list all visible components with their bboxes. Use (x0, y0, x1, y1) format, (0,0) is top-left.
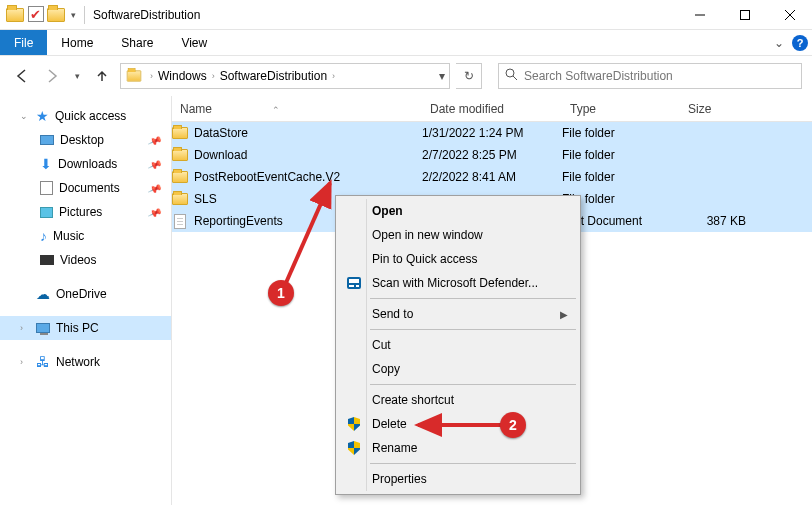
pc-icon (36, 323, 50, 333)
refresh-button[interactable]: ↻ (456, 63, 482, 89)
new-folder-qat-icon[interactable] (47, 8, 65, 22)
column-headers: Name⌃ Date modified Type Size (172, 96, 812, 122)
svg-rect-1 (740, 10, 749, 19)
search-box[interactable]: Search SoftwareDistribution (498, 63, 802, 89)
cloud-icon: ☁ (36, 286, 50, 302)
folder-icon (172, 191, 188, 207)
menu-separator (370, 298, 576, 299)
help-button[interactable]: ? (788, 30, 812, 55)
table-row[interactable]: PostRebootEventCache.V2 2/2/2022 8:41 AM… (172, 166, 812, 188)
menu-separator (370, 463, 576, 464)
breadcrumb[interactable]: SoftwareDistribution (218, 69, 329, 83)
ctx-rename[interactable]: Rename (338, 436, 578, 460)
col-type[interactable]: Type (562, 102, 680, 116)
sort-asc-icon: ⌃ (272, 105, 280, 115)
folder-icon (127, 70, 141, 81)
col-date[interactable]: Date modified (422, 102, 562, 116)
ctx-copy[interactable]: Copy (338, 357, 578, 381)
share-tab[interactable]: Share (107, 30, 167, 55)
minimize-button[interactable] (677, 0, 722, 30)
quick-access-group[interactable]: ⌄ ★ Quick access (0, 104, 171, 128)
window-controls (677, 0, 812, 30)
properties-qat-icon[interactable]: ✔ (30, 7, 41, 22)
ctx-delete[interactable]: Delete (338, 412, 578, 436)
onedrive-group[interactable]: ›☁OneDrive (0, 282, 171, 306)
address-dropdown-icon[interactable]: ▾ (439, 69, 445, 83)
ctx-cut[interactable]: Cut (338, 333, 578, 357)
downloads-icon: ⬇ (40, 156, 52, 172)
shield-icon (346, 417, 362, 431)
maximize-button[interactable] (722, 0, 767, 30)
sidebar-item-documents[interactable]: Documents📌 (0, 176, 171, 200)
ctx-pin-quick-access[interactable]: Pin to Quick access (338, 247, 578, 271)
address-bar[interactable]: › Windows › SoftwareDistribution › ▾ (120, 63, 450, 89)
music-icon: ♪ (40, 228, 47, 244)
thispc-group[interactable]: ›This PC (0, 316, 171, 340)
ctx-send-to[interactable]: Send to▶ (338, 302, 578, 326)
quick-access-toolbar: ✔ ▾ (6, 7, 76, 22)
ctx-create-shortcut[interactable]: Create shortcut (338, 388, 578, 412)
chevron-down-icon[interactable]: ⌄ (20, 111, 30, 121)
close-button[interactable] (767, 0, 812, 30)
col-name[interactable]: Name⌃ (172, 102, 422, 116)
titlebar: ✔ ▾ SoftwareDistribution (0, 0, 812, 30)
sidebar-item-downloads[interactable]: ⬇Downloads📌 (0, 152, 171, 176)
sidebar-item-music[interactable]: ♪Music (0, 224, 171, 248)
sidebar-item-desktop[interactable]: Desktop📌 (0, 128, 171, 152)
star-icon: ★ (36, 108, 49, 124)
quick-access-label: Quick access (55, 109, 126, 123)
ribbon: File Home Share View ⌄ ? (0, 30, 812, 56)
shield-icon (346, 441, 362, 455)
ctx-scan-defender[interactable]: Scan with Microsoft Defender... (338, 271, 578, 295)
navigation-pane: ⌄ ★ Quick access Desktop📌 ⬇Downloads📌 Do… (0, 96, 172, 505)
forward-button[interactable] (40, 64, 64, 88)
chevron-right-icon[interactable]: › (20, 323, 30, 333)
window-title: SoftwareDistribution (93, 8, 200, 22)
chevron-right-icon[interactable]: › (20, 357, 30, 367)
qat-dropdown-icon[interactable]: ▾ (71, 10, 76, 20)
videos-icon (40, 255, 54, 265)
pin-icon: 📌 (147, 205, 162, 219)
folder-icon (172, 125, 188, 141)
document-icon (172, 213, 188, 229)
defender-icon (346, 277, 362, 289)
folder-icon[interactable] (6, 8, 24, 22)
col-size[interactable]: Size (680, 102, 760, 116)
folder-icon (172, 147, 188, 163)
breadcrumb[interactable]: Windows (156, 69, 209, 83)
divider (84, 6, 85, 24)
context-menu: Open Open in new window Pin to Quick acc… (335, 195, 581, 495)
desktop-icon (40, 135, 54, 145)
chevron-right-icon[interactable]: › (329, 71, 338, 81)
chevron-right-icon[interactable]: › (147, 71, 156, 81)
file-tab[interactable]: File (0, 30, 47, 55)
pictures-icon (40, 207, 53, 218)
chevron-right-icon[interactable]: › (209, 71, 218, 81)
sidebar-item-videos[interactable]: Videos (0, 248, 171, 272)
pin-icon: 📌 (147, 157, 162, 171)
ctx-open[interactable]: Open (338, 199, 578, 223)
navigation-bar: ▾ › Windows › SoftwareDistribution › ▾ ↻… (0, 56, 812, 96)
up-button[interactable] (90, 64, 114, 88)
recent-locations-icon[interactable]: ▾ (70, 64, 84, 88)
search-placeholder: Search SoftwareDistribution (524, 69, 673, 83)
table-row[interactable]: DataStore 1/31/2022 1:24 PM File folder (172, 122, 812, 144)
menu-separator (370, 384, 576, 385)
back-button[interactable] (10, 64, 34, 88)
svg-line-5 (513, 76, 517, 80)
folder-icon (172, 169, 188, 185)
sidebar-item-pictures[interactable]: Pictures📌 (0, 200, 171, 224)
table-row[interactable]: Download 2/7/2022 8:25 PM File folder (172, 144, 812, 166)
pin-icon: 📌 (147, 181, 162, 195)
ctx-open-new-window[interactable]: Open in new window (338, 223, 578, 247)
svg-point-4 (506, 69, 514, 77)
home-tab[interactable]: Home (47, 30, 107, 55)
network-group[interactable]: ›🖧Network (0, 350, 171, 374)
submenu-arrow-icon: ▶ (560, 309, 568, 320)
view-tab[interactable]: View (167, 30, 221, 55)
ctx-properties[interactable]: Properties (338, 467, 578, 491)
documents-icon (40, 181, 53, 195)
ribbon-collapse-icon[interactable]: ⌄ (758, 30, 788, 55)
menu-separator (370, 329, 576, 330)
pin-icon: 📌 (147, 133, 162, 147)
